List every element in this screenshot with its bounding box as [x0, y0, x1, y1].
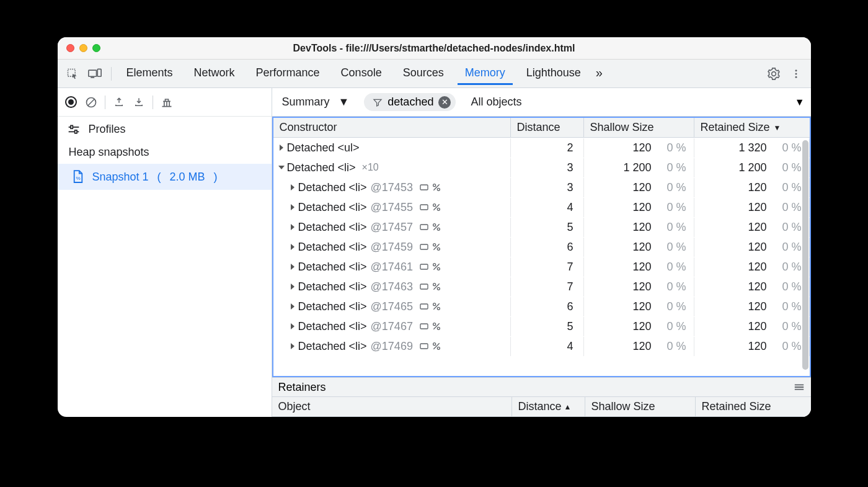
grid-header[interactable]: Constructor Distance Shallow Size Retain… — [273, 118, 810, 138]
col-retained[interactable]: Retained Size▼ — [694, 118, 810, 137]
svg-rect-2 — [91, 77, 94, 78]
device-toolbar-icon[interactable] — [86, 65, 104, 83]
svg-point-40 — [437, 307, 440, 310]
svg-rect-18 — [420, 205, 428, 210]
disclosure-triangle-icon[interactable] — [291, 343, 294, 349]
shallow-pct: 0 % — [658, 241, 686, 254]
retained-pct: 0 % — [773, 300, 802, 313]
view-select[interactable]: Summary ▼ — [278, 93, 353, 111]
svg-line-8 — [88, 99, 94, 105]
distance-cell: 4 — [511, 198, 584, 217]
object-id: @17461 — [371, 261, 413, 274]
tab-elements[interactable]: Elements — [119, 63, 180, 85]
disclosure-triangle-icon[interactable] — [291, 303, 294, 310]
tab-console[interactable]: Console — [334, 63, 389, 85]
svg-point-6 — [795, 76, 797, 78]
col-constructor[interactable]: Constructor — [273, 118, 511, 137]
retained-size-cell: 120 — [748, 181, 766, 194]
maximize-window-button[interactable] — [92, 44, 100, 52]
tab-network[interactable]: Network — [187, 63, 242, 85]
disclosure-triangle-icon[interactable] — [291, 323, 294, 329]
table-row[interactable]: Detached <li> @1745751200 %1200 % — [273, 217, 810, 237]
minimize-window-button[interactable] — [79, 44, 87, 52]
col-object[interactable]: Object — [272, 397, 512, 416]
heap-grid: Constructor Distance Shallow Size Retain… — [272, 117, 811, 377]
tab-sources[interactable]: Sources — [396, 63, 451, 85]
table-row[interactable]: Detached <li> @1745961200 %1200 % — [273, 237, 810, 257]
disclosure-triangle-icon[interactable] — [291, 204, 294, 210]
tab-memory[interactable]: Memory — [458, 63, 513, 85]
retained-size-cell: 1 200 — [738, 161, 766, 174]
col-retained-2[interactable]: Retained Size — [696, 397, 811, 416]
disclosure-triangle-icon[interactable] — [278, 166, 285, 169]
table-row[interactable]: Detached <li> @1746941200 %1200 % — [273, 336, 810, 356]
svg-line-49 — [433, 343, 439, 349]
shallow-pct: 0 % — [658, 221, 686, 234]
shallow-size-cell: 120 — [632, 340, 651, 353]
scope-select[interactable]: All objects — [467, 93, 525, 111]
table-row[interactable]: Detached <li>×1031 2000 %1 2000 % — [273, 158, 810, 177]
retainers-menu-icon[interactable] — [794, 383, 805, 391]
object-id: @17453 — [371, 181, 413, 194]
table-row[interactable]: Detached <li> @1745331200 %1200 % — [273, 177, 810, 197]
svg-line-45 — [433, 323, 439, 329]
retained-size-cell: 120 — [748, 201, 766, 214]
sliders-icon — [68, 124, 80, 135]
svg-rect-11 — [71, 125, 73, 128]
disclosure-triangle-icon[interactable] — [291, 224, 294, 230]
class-filter-pill[interactable]: detached ✕ — [364, 93, 456, 111]
disclosure-triangle-icon[interactable] — [291, 284, 294, 290]
col-distance[interactable]: Distance — [511, 118, 584, 137]
distance-cell: 7 — [511, 277, 584, 297]
grid-body[interactable]: Detached <ul>21200 %1 3200 %Detached <li… — [273, 138, 810, 376]
col-shallow[interactable]: Shallow Size — [584, 118, 694, 137]
retained-pct: 0 % — [773, 340, 802, 353]
vertical-scrollbar[interactable] — [802, 140, 808, 373]
shallow-pct: 0 % — [658, 280, 686, 293]
disclosure-triangle-icon[interactable] — [291, 244, 294, 250]
import-icon[interactable] — [130, 94, 148, 111]
table-row[interactable]: Detached <li> @1745541200 %1200 % — [273, 197, 810, 217]
retainers-columns[interactable]: Object Distance▲ Shallow Size Retained S… — [272, 397, 811, 417]
export-icon[interactable] — [110, 94, 128, 111]
shallow-pct: 0 % — [658, 340, 686, 353]
disclosure-triangle-icon[interactable] — [291, 184, 294, 190]
table-row[interactable]: Detached <li> @1746561200 %1200 % — [273, 297, 810, 316]
distance-cell: 7 — [511, 257, 584, 277]
constructor-label: Detached <li> — [298, 300, 367, 313]
kebab-menu-icon[interactable] — [787, 65, 805, 83]
retainers-title: Retainers — [278, 381, 326, 394]
shallow-pct: 0 % — [658, 201, 686, 214]
inspect-element-icon[interactable] — [64, 65, 81, 83]
table-row[interactable]: Detached <li> @1746751200 %1200 % — [273, 316, 810, 336]
clear-filter-icon[interactable]: ✕ — [438, 96, 451, 109]
shallow-size-cell: 120 — [632, 320, 651, 333]
devtools-tabbar: ElementsNetworkPerformanceConsoleSources… — [58, 60, 811, 88]
object-id: @17455 — [371, 201, 413, 214]
close-window-button[interactable] — [66, 44, 74, 52]
collect-garbage-icon[interactable] — [158, 94, 175, 111]
separator — [153, 96, 153, 109]
snapshot-item[interactable]: % Snapshot 1 (2.0 MB) — [58, 164, 272, 190]
settings-gear-icon[interactable] — [765, 65, 782, 83]
record-button[interactable] — [63, 94, 80, 111]
distance-cell: 5 — [511, 218, 584, 237]
col-distance-2[interactable]: Distance▲ — [512, 397, 585, 416]
chevron-down-icon[interactable]: ▼ — [795, 97, 805, 108]
table-row[interactable]: Detached <li> @1746371200 %1200 % — [273, 277, 810, 297]
svg-line-17 — [433, 184, 439, 190]
disclosure-triangle-icon[interactable] — [291, 264, 294, 270]
snapshot-name: Snapshot 1 — [92, 171, 149, 184]
svg-point-4 — [795, 69, 797, 71]
tabs-overflow[interactable]: » — [593, 62, 605, 86]
clear-button-icon[interactable] — [82, 94, 100, 111]
retained-pct: 0 % — [773, 280, 802, 293]
disclosure-triangle-icon[interactable] — [280, 145, 283, 151]
col-shallow-2[interactable]: Shallow Size — [585, 397, 696, 416]
svg-point-27 — [433, 244, 436, 246]
tab-performance[interactable]: Performance — [249, 63, 327, 85]
table-row[interactable]: Detached <ul>21200 %1 3200 % — [273, 138, 810, 158]
svg-rect-26 — [420, 244, 428, 249]
tab-lighthouse[interactable]: Lighthouse — [519, 63, 588, 85]
table-row[interactable]: Detached <li> @1746171200 %1200 % — [273, 257, 810, 277]
